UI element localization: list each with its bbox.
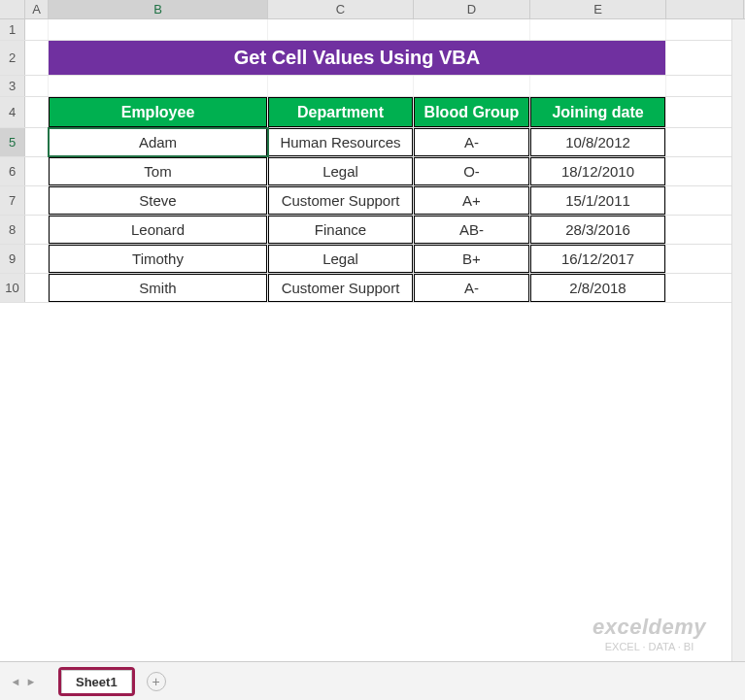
cell-D1[interactable] <box>414 19 530 40</box>
tab-nav-prev-icon[interactable]: ◄ <box>8 676 23 687</box>
col-header-C[interactable]: C <box>268 0 414 18</box>
row-header-2[interactable]: 2 <box>0 41 25 75</box>
data-joining-2: 15/1/2011 <box>530 186 665 215</box>
tab-nav-next-icon[interactable]: ► <box>23 676 39 687</box>
title-cell[interactable]: Get Cell Values Using VBA <box>49 41 666 75</box>
data-blood-3: AB- <box>414 216 529 244</box>
data-blood-2: A+ <box>414 186 529 215</box>
row-6: 6 Tom Legal O- 18/12/2010 <box>0 157 745 186</box>
cell-E4[interactable]: Joining date <box>530 97 666 127</box>
row-header-9[interactable]: 9 <box>0 245 25 273</box>
cell-B7[interactable]: Steve <box>49 186 268 215</box>
cell-D3[interactable] <box>414 76 530 96</box>
cell-E7[interactable]: 15/1/2011 <box>530 186 666 215</box>
data-employee-0: Adam <box>49 128 267 156</box>
data-department-0: Human Resources <box>268 128 413 156</box>
cell-A5[interactable] <box>25 128 49 156</box>
data-employee-4: Timothy <box>49 245 267 273</box>
row-header-6[interactable]: 6 <box>0 157 25 185</box>
cell-A6[interactable] <box>25 157 49 185</box>
row-header-10[interactable]: 10 <box>0 274 25 302</box>
cell-B4[interactable]: Employee <box>49 97 268 127</box>
data-blood-4: B+ <box>414 245 529 273</box>
cell-E6[interactable]: 18/12/2010 <box>530 157 666 185</box>
cell-E10[interactable]: 2/8/2018 <box>530 274 666 302</box>
cell-E1[interactable] <box>530 19 666 40</box>
cell-C9[interactable]: Legal <box>268 245 414 273</box>
col-header-B[interactable]: B <box>49 0 268 18</box>
cell-C3[interactable] <box>268 76 414 96</box>
cell-B5[interactable]: Adam <box>49 128 268 156</box>
cell-A8[interactable] <box>25 216 49 244</box>
row-header-8[interactable]: 8 <box>0 216 25 244</box>
header-employee: Employee <box>49 97 267 127</box>
col-header-A[interactable]: A <box>25 0 49 18</box>
cell-D6[interactable]: O- <box>414 157 530 185</box>
cell-C5[interactable]: Human Resources <box>268 128 414 156</box>
data-employee-3: Leonard <box>49 216 267 244</box>
cell-A7[interactable] <box>25 186 49 215</box>
cell-A10[interactable] <box>25 274 49 302</box>
cell-E3[interactable] <box>530 76 666 96</box>
cell-E8[interactable]: 28/3/2016 <box>530 216 666 244</box>
data-blood-5: A- <box>414 274 529 302</box>
cell-D5[interactable]: A- <box>414 128 530 156</box>
title-text: Get Cell Values Using VBA <box>49 41 665 75</box>
cell-A3[interactable] <box>25 76 49 96</box>
select-all-corner[interactable] <box>0 0 25 18</box>
cell-A4[interactable] <box>25 97 49 127</box>
cell-B6[interactable]: Tom <box>49 157 268 185</box>
row-header-3[interactable]: 3 <box>0 76 25 96</box>
cell-C7[interactable]: Customer Support <box>268 186 414 215</box>
cell-B10[interactable]: Smith <box>49 274 268 302</box>
cell-D9[interactable]: B+ <box>414 245 530 273</box>
cell-C8[interactable]: Finance <box>268 216 414 244</box>
vertical-scrollbar[interactable] <box>731 19 745 661</box>
cell-D7[interactable]: A+ <box>414 186 530 215</box>
data-department-3: Finance <box>268 216 413 244</box>
header-joining: Joining date <box>530 97 665 127</box>
row-2: 2 Get Cell Values Using VBA <box>0 41 745 76</box>
cell-A2[interactable] <box>25 41 49 75</box>
spreadsheet-grid: A B C D E 1 2 Get Cell Values Using VBA … <box>0 0 745 661</box>
col-header-E[interactable]: E <box>530 0 666 18</box>
cell-C1[interactable] <box>268 19 414 40</box>
col-header-D[interactable]: D <box>414 0 530 18</box>
row-9: 9 Timothy Legal B+ 16/12/2017 <box>0 245 745 274</box>
row-header-1[interactable]: 1 <box>0 19 25 40</box>
column-headers: A B C D E <box>0 0 745 19</box>
col-header-blank[interactable] <box>666 0 744 18</box>
cell-B1[interactable] <box>49 19 268 40</box>
cell-D4[interactable]: Blood Group <box>414 97 530 127</box>
cell-C6[interactable]: Legal <box>268 157 414 185</box>
row-header-5[interactable]: 5 <box>0 128 25 156</box>
row-10: 10 Smith Customer Support A- 2/8/2018 <box>0 274 745 303</box>
data-blood-1: O- <box>414 157 529 185</box>
row-header-4[interactable]: 4 <box>0 97 25 127</box>
sheet-tab[interactable]: Sheet1 <box>61 670 132 693</box>
data-joining-3: 28/3/2016 <box>530 216 665 244</box>
cell-D8[interactable]: AB- <box>414 216 530 244</box>
plus-icon: + <box>152 674 160 689</box>
cell-A1[interactable] <box>25 19 49 40</box>
cell-C4[interactable]: Department <box>268 97 414 127</box>
cell-B9[interactable]: Timothy <box>49 245 268 273</box>
cell-E9[interactable]: 16/12/2017 <box>530 245 666 273</box>
data-joining-4: 16/12/2017 <box>530 245 665 273</box>
row-1: 1 <box>0 19 745 41</box>
row-header-7[interactable]: 7 <box>0 186 25 215</box>
cell-E5[interactable]: 10/8/2012 <box>530 128 666 156</box>
active-tab-highlight: Sheet1 <box>58 667 135 696</box>
data-department-5: Customer Support <box>268 274 413 302</box>
data-blood-0: A- <box>414 128 529 156</box>
cell-D10[interactable]: A- <box>414 274 530 302</box>
cell-B3[interactable] <box>49 76 268 96</box>
data-department-4: Legal <box>268 245 413 273</box>
cell-C10[interactable]: Customer Support <box>268 274 414 302</box>
sheet-tab-bar: ◄ ► Sheet1 + <box>0 661 745 700</box>
add-sheet-button[interactable]: + <box>147 672 166 691</box>
data-employee-2: Steve <box>49 186 267 215</box>
cell-B8[interactable]: Leonard <box>49 216 268 244</box>
cell-A9[interactable] <box>25 245 49 273</box>
header-department: Department <box>268 97 413 127</box>
